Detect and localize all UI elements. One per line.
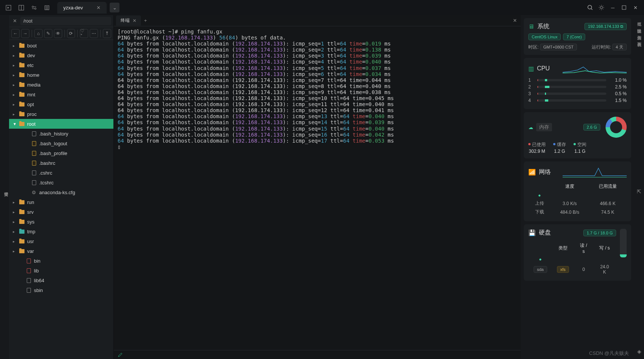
file-explorer: ✕ /root ← → ⌂ ✎ 👁 ⟳ ♡ ˅ ⋯ ⤒ ▸boot▸dev▸et… (9, 15, 114, 359)
os-badge-1: CentOS Linux (528, 33, 561, 40)
disk-bar (620, 229, 627, 257)
folder-row[interactable]: ▸srv (9, 207, 113, 217)
pen-icon[interactable] (118, 352, 123, 357)
file-row[interactable]: lib (9, 266, 113, 275)
folder-row[interactable]: ▸home (9, 70, 113, 80)
svg-rect-14 (622, 6, 626, 9)
file-row[interactable]: bin (9, 256, 113, 266)
folder-row[interactable]: ▸mnt (9, 90, 113, 99)
cpu-icon: ▥ (528, 65, 534, 72)
close-window-icon[interactable]: ✕ (630, 2, 641, 13)
memory-title: 内存 (536, 123, 552, 131)
file-toolbar: ← → ⌂ ✎ 👁 ⟳ ♡ ˅ ⋯ ⤒ (9, 27, 113, 40)
os-badge-2: 7 (Core) (563, 33, 585, 40)
split-icon[interactable] (16, 2, 26, 13)
close-terminal-tab-icon[interactable]: ✕ (133, 18, 136, 23)
svg-point-11 (588, 5, 592, 9)
forward-button[interactable]: → (21, 29, 29, 38)
search-icon[interactable] (584, 2, 596, 13)
disk-icon: 💾 (528, 229, 536, 236)
folder-row[interactable]: ▸media (9, 80, 113, 90)
memory-total-badge: 2.6 G (583, 124, 600, 131)
folder-row[interactable]: ▸tmp (9, 227, 113, 236)
folder-row[interactable]: ▸proc (9, 109, 113, 119)
cloud-icon: ☁ (528, 125, 533, 130)
folder-row[interactable]: ▸etc (9, 60, 113, 70)
folder-row[interactable]: ▸boot (9, 41, 113, 50)
folder-row[interactable]: ▸usr (9, 236, 113, 246)
svg-line-12 (591, 9, 592, 10)
disk-usage-badge: 1.7 G / 18.0 G (583, 230, 616, 236)
settings-toggle-icon[interactable] (29, 2, 39, 13)
file-row[interactable]: .bash_profile (9, 148, 113, 158)
cpu-sparkline (563, 62, 627, 75)
panel-icon[interactable] (3, 2, 14, 13)
terminal-output[interactable]: [root@localhost ~]# ping fanfu.gx PING f… (114, 26, 521, 350)
minimize-icon[interactable]: ─ (607, 2, 618, 13)
network-sparkline (563, 166, 627, 178)
cpu-card: ▥ CPU 11.0 %22.5 %30.5 %41.5 % (524, 58, 631, 109)
terminal-footer (114, 350, 521, 359)
collapse-panel-icon[interactable]: ✕ (11, 18, 18, 24)
edit-button[interactable]: ✎ (44, 29, 52, 38)
back-button[interactable]: ← (11, 29, 20, 38)
terminal-tab-label: 终端 (121, 17, 130, 24)
add-terminal-tab[interactable]: + (141, 18, 150, 23)
system-title: 系统 (537, 23, 549, 30)
file-row[interactable]: sbin (9, 285, 113, 295)
folder-row[interactable]: ▸dev (9, 50, 113, 60)
memory-stat: 已使用302.9 M (528, 141, 546, 154)
folder-row[interactable]: ▸var (9, 246, 113, 256)
cpu-core-row: 22.5 % (528, 84, 627, 90)
expand-icon[interactable]: ⇱ (637, 189, 641, 195)
file-row[interactable]: .cshrc (9, 168, 113, 178)
folder-row[interactable]: ▼root (9, 119, 113, 129)
title-bar: yzxa-dev ✕ ⌄ ─ ✕ (0, 0, 644, 15)
file-row[interactable]: .tcshrc (9, 178, 113, 187)
memory-card: ☁ 内存 2.6 G 已使用302.9 M缓存1.2 G空闲1.1 G (524, 112, 631, 158)
session-tab[interactable]: yzxa-dev ✕ (57, 2, 107, 14)
terminal-tab[interactable]: 终端 ✕ (116, 15, 141, 26)
file-row[interactable]: .bash_logout (9, 138, 113, 148)
gear-icon[interactable] (596, 2, 607, 13)
file-row[interactable]: .bash_history (9, 129, 113, 138)
more-button[interactable]: ⋯ (90, 29, 98, 38)
file-row[interactable]: ⚙anaconda-ks.cfg (9, 187, 113, 197)
refresh-button[interactable]: ⟳ (67, 29, 75, 38)
disk-table: 类型读 / s写 / s ● sdaxfs024.0 K (528, 240, 616, 276)
memory-stat: 缓存1.2 G (553, 141, 566, 154)
cpu-core-row: 30.5 % (528, 91, 627, 96)
file-row[interactable]: .bashrc (9, 158, 113, 168)
network-table: 速度已用流量 ● 上传3.0 K/s466.6 K 下载484.0 B/s74.… (528, 181, 627, 217)
path-input[interactable]: /root (20, 17, 111, 25)
bookmark-button[interactable]: ♡ ˅ (80, 29, 88, 38)
disk-card: 💾 硬盘 1.7 G / 18.0 G 类型读 / s写 / s ● sdaxf… (524, 224, 631, 281)
watermark: CSDN @凡夫贩夫 (589, 350, 629, 357)
help-icon[interactable]: ◈ (637, 348, 641, 354)
session-tab-title: yzxa-dev (63, 5, 83, 11)
file-row[interactable]: lib64 (9, 275, 113, 285)
file-tree: ▸boot▸dev▸etc▸home▸media▸mnt▸opt▸proc▼ro… (9, 40, 113, 359)
wifi-icon: 📶 (528, 169, 536, 176)
svg-point-3 (32, 6, 34, 8)
memory-stat: 空闲1.1 G (574, 141, 586, 154)
close-terminal-panel[interactable]: ✕ (511, 16, 519, 25)
svg-point-5 (35, 8, 36, 9)
ip-badge[interactable]: 192.168.174.133 ⧉ (584, 23, 627, 30)
cpu-core-row: 11.0 % (528, 78, 627, 83)
right-activity-bar: 概览 快速跳转 上传列表 下载列表 ⇱ ◈ (634, 15, 644, 359)
disk-title: 硬盘 (539, 229, 551, 237)
maximize-icon[interactable] (618, 2, 630, 13)
home-button[interactable]: ⌂ (34, 29, 43, 38)
view-button[interactable]: 👁 (54, 29, 62, 38)
monitor-icon: 🖥 (528, 23, 534, 30)
tab-dropdown[interactable]: ⌄ (110, 3, 119, 12)
network-title: 网络 (539, 168, 551, 176)
close-tab-icon[interactable]: ✕ (96, 5, 101, 11)
folder-row[interactable]: ▸opt (9, 99, 113, 109)
system-card: 🖥 系统 192.168.174.133 ⧉ CentOS Linux 7 (C… (524, 18, 631, 55)
folder-row[interactable]: ▸sys (9, 217, 113, 227)
folder-row[interactable]: ▸run (9, 197, 113, 207)
upload-button[interactable]: ⤒ (103, 29, 111, 38)
list-icon[interactable] (41, 2, 52, 13)
